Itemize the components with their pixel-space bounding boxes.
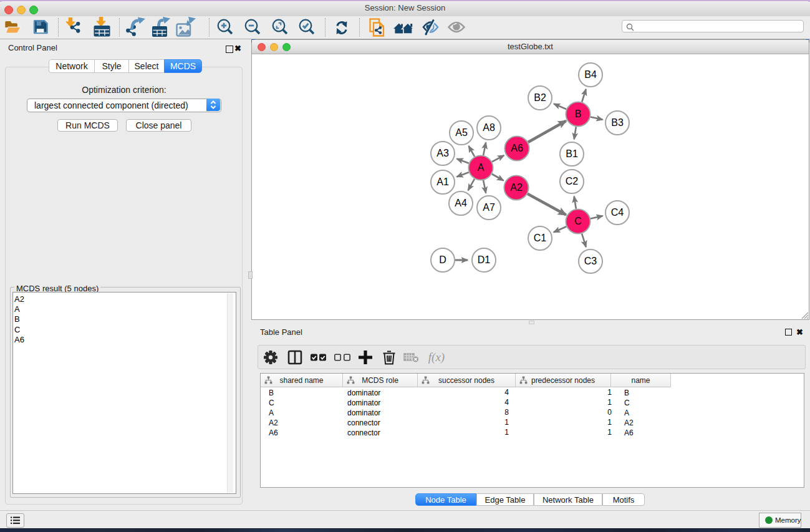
svg-text:B: B [575,109,582,119]
svg-text:A4: A4 [455,198,467,208]
svg-text:B3: B3 [611,117,624,128]
svg-text:f(x): f(x) [428,351,445,364]
svg-text:C1: C1 [534,233,547,243]
svg-text:D1: D1 [478,254,491,265]
svg-text:A: A [478,162,485,173]
svg-text:A2: A2 [510,182,523,193]
svg-text:A6: A6 [511,143,523,153]
svg-text:A1: A1 [436,177,449,187]
svg-text:A3: A3 [436,148,449,158]
svg-text:A7: A7 [483,202,495,213]
svg-text:D: D [439,254,446,265]
svg-text:A8: A8 [483,122,495,133]
svg-text:C: C [574,216,582,226]
svg-text:A5: A5 [455,127,468,138]
svg-text:B4: B4 [584,69,597,80]
svg-text:C3: C3 [584,256,597,266]
svg-text:C4: C4 [611,207,624,218]
svg-text:C2: C2 [566,176,579,186]
svg-text:B1: B1 [566,148,578,159]
svg-text:B2: B2 [534,92,546,103]
